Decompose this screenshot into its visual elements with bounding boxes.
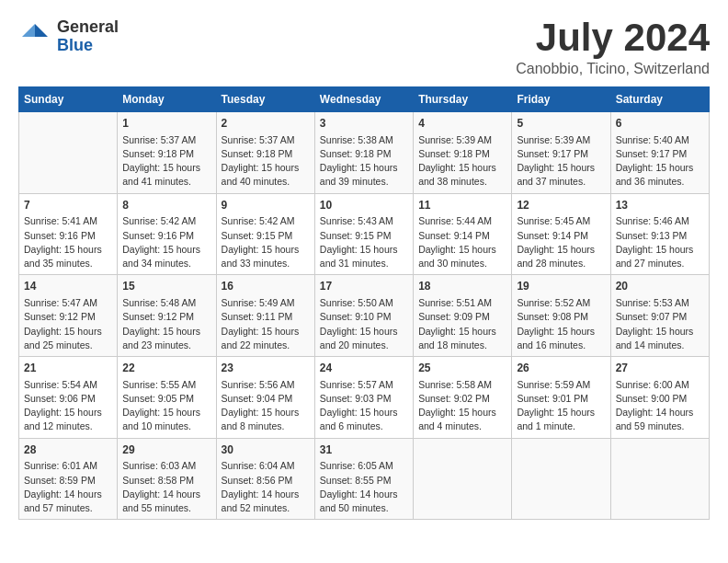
day-number: 9 — [222, 198, 310, 213]
day-number: 15 — [122, 279, 210, 294]
logo-general-text: General — [57, 18, 119, 37]
day-number: 3 — [320, 116, 408, 132]
calendar-cell: 28Sunrise: 6:01 AM Sunset: 8:59 PM Dayli… — [19, 438, 118, 520]
calendar-header-row: SundayMondayTuesdayWednesdayThursdayFrid… — [19, 87, 710, 112]
calendar-cell: 25Sunrise: 5:58 AM Sunset: 9:02 PM Dayli… — [414, 357, 512, 439]
calendar-cell: 22Sunrise: 5:55 AM Sunset: 9:05 PM Dayli… — [118, 357, 216, 439]
calendar-week-1: 1Sunrise: 5:37 AM Sunset: 9:18 PM Daylig… — [19, 112, 710, 194]
day-info: Sunrise: 5:54 AM Sunset: 9:06 PM Dayligh… — [24, 378, 112, 434]
day-info: Sunrise: 5:45 AM Sunset: 9:14 PM Dayligh… — [517, 214, 605, 270]
day-number: 28 — [24, 442, 112, 458]
calendar-week-3: 14Sunrise: 5:47 AM Sunset: 9:12 PM Dayli… — [19, 275, 710, 357]
day-info: Sunrise: 5:39 AM Sunset: 9:18 PM Dayligh… — [418, 133, 506, 190]
logo: General Blue — [18, 18, 119, 55]
day-info: Sunrise: 6:05 AM Sunset: 8:55 PM Dayligh… — [320, 459, 408, 515]
calendar-header-sunday: Sunday — [19, 87, 118, 112]
calendar-cell: 7Sunrise: 5:41 AM Sunset: 9:16 PM Daylig… — [19, 193, 118, 275]
day-number: 2 — [222, 116, 310, 132]
calendar-header-saturday: Saturday — [610, 87, 709, 112]
calendar-header-wednesday: Wednesday — [314, 87, 413, 112]
day-info: Sunrise: 5:47 AM Sunset: 9:12 PM Dayligh… — [24, 296, 112, 352]
day-number: 23 — [222, 361, 310, 376]
calendar-cell: 1Sunrise: 5:37 AM Sunset: 9:18 PM Daylig… — [118, 112, 216, 194]
day-number: 27 — [616, 361, 704, 376]
day-number: 20 — [616, 279, 704, 294]
day-number: 29 — [122, 442, 210, 458]
calendar-cell: 16Sunrise: 5:49 AM Sunset: 9:11 PM Dayli… — [216, 275, 314, 357]
calendar-cell: 29Sunrise: 6:03 AM Sunset: 8:58 PM Dayli… — [118, 438, 216, 520]
day-info: Sunrise: 5:56 AM Sunset: 9:04 PM Dayligh… — [222, 378, 310, 434]
day-number: 22 — [122, 361, 210, 376]
day-info: Sunrise: 5:58 AM Sunset: 9:02 PM Dayligh… — [418, 378, 506, 434]
day-info: Sunrise: 5:40 AM Sunset: 9:17 PM Dayligh… — [616, 133, 704, 190]
calendar-cell — [19, 112, 118, 194]
calendar-cell: 4Sunrise: 5:39 AM Sunset: 9:18 PM Daylig… — [414, 112, 512, 194]
day-number: 17 — [320, 279, 408, 294]
svg-marker-1 — [22, 24, 35, 37]
day-number: 6 — [616, 116, 704, 132]
calendar-table: SundayMondayTuesdayWednesdayThursdayFrid… — [18, 86, 710, 520]
day-number: 30 — [222, 442, 310, 458]
calendar-cell: 18Sunrise: 5:51 AM Sunset: 9:09 PM Dayli… — [414, 275, 512, 357]
calendar-cell: 6Sunrise: 5:40 AM Sunset: 9:17 PM Daylig… — [610, 112, 709, 194]
page-title: July 2024 — [516, 18, 710, 57]
calendar-cell — [610, 438, 709, 520]
day-info: Sunrise: 5:42 AM Sunset: 9:16 PM Dayligh… — [122, 214, 210, 270]
calendar-header-thursday: Thursday — [414, 87, 512, 112]
calendar-week-4: 21Sunrise: 5:54 AM Sunset: 9:06 PM Dayli… — [19, 357, 710, 439]
day-info: Sunrise: 5:50 AM Sunset: 9:10 PM Dayligh… — [320, 296, 408, 352]
calendar-cell: 17Sunrise: 5:50 AM Sunset: 9:10 PM Dayli… — [314, 275, 413, 357]
day-number: 21 — [24, 361, 112, 376]
day-number: 13 — [616, 198, 704, 213]
calendar-header-monday: Monday — [118, 87, 216, 112]
day-info: Sunrise: 5:53 AM Sunset: 9:07 PM Dayligh… — [616, 296, 704, 352]
logo-blue-text: Blue — [57, 37, 119, 55]
calendar-header-tuesday: Tuesday — [216, 87, 314, 112]
day-info: Sunrise: 6:04 AM Sunset: 8:56 PM Dayligh… — [222, 459, 310, 515]
day-info: Sunrise: 5:42 AM Sunset: 9:15 PM Dayligh… — [222, 214, 310, 270]
day-info: Sunrise: 5:49 AM Sunset: 9:11 PM Dayligh… — [222, 296, 310, 352]
calendar-cell: 20Sunrise: 5:53 AM Sunset: 9:07 PM Dayli… — [610, 275, 709, 357]
day-number: 7 — [24, 198, 112, 213]
calendar-cell: 15Sunrise: 5:48 AM Sunset: 9:12 PM Dayli… — [118, 275, 216, 357]
day-number: 11 — [418, 198, 506, 213]
day-info: Sunrise: 5:38 AM Sunset: 9:18 PM Dayligh… — [320, 133, 408, 190]
day-number: 24 — [320, 361, 408, 376]
day-info: Sunrise: 5:43 AM Sunset: 9:15 PM Dayligh… — [320, 214, 408, 270]
day-info: Sunrise: 5:57 AM Sunset: 9:03 PM Dayligh… — [320, 378, 408, 434]
day-info: Sunrise: 5:37 AM Sunset: 9:18 PM Dayligh… — [122, 133, 210, 190]
page-header: General Blue July 2024 Canobbio, Ticino,… — [18, 18, 710, 77]
day-number: 31 — [320, 442, 408, 458]
calendar-cell: 9Sunrise: 5:42 AM Sunset: 9:15 PM Daylig… — [216, 193, 314, 275]
calendar-cell: 14Sunrise: 5:47 AM Sunset: 9:12 PM Dayli… — [19, 275, 118, 357]
day-info: Sunrise: 5:51 AM Sunset: 9:09 PM Dayligh… — [418, 296, 506, 352]
day-number: 16 — [222, 279, 310, 294]
title-area: July 2024 Canobbio, Ticino, Switzerland — [516, 18, 710, 77]
day-number: 1 — [122, 116, 210, 132]
calendar-cell — [414, 438, 512, 520]
calendar-cell: 23Sunrise: 5:56 AM Sunset: 9:04 PM Dayli… — [216, 357, 314, 439]
calendar-week-2: 7Sunrise: 5:41 AM Sunset: 9:16 PM Daylig… — [19, 193, 710, 275]
day-info: Sunrise: 5:52 AM Sunset: 9:08 PM Dayligh… — [517, 296, 605, 352]
day-number: 19 — [517, 279, 605, 294]
day-info: Sunrise: 6:03 AM Sunset: 8:58 PM Dayligh… — [122, 459, 210, 515]
calendar-week-5: 28Sunrise: 6:01 AM Sunset: 8:59 PM Dayli… — [19, 438, 710, 520]
day-number: 4 — [418, 116, 506, 132]
day-info: Sunrise: 5:46 AM Sunset: 9:13 PM Dayligh… — [616, 214, 704, 270]
day-info: Sunrise: 5:39 AM Sunset: 9:17 PM Dayligh… — [517, 133, 605, 190]
day-info: Sunrise: 5:55 AM Sunset: 9:05 PM Dayligh… — [122, 378, 210, 434]
day-info: Sunrise: 5:41 AM Sunset: 9:16 PM Dayligh… — [24, 214, 112, 270]
calendar-cell: 21Sunrise: 5:54 AM Sunset: 9:06 PM Dayli… — [19, 357, 118, 439]
calendar-cell — [512, 438, 610, 520]
day-number: 12 — [517, 198, 605, 213]
calendar-cell: 10Sunrise: 5:43 AM Sunset: 9:15 PM Dayli… — [314, 193, 413, 275]
svg-marker-0 — [35, 24, 48, 37]
calendar-cell: 11Sunrise: 5:44 AM Sunset: 9:14 PM Dayli… — [414, 193, 512, 275]
day-info: Sunrise: 6:00 AM Sunset: 9:00 PM Dayligh… — [616, 378, 704, 434]
day-number: 14 — [24, 279, 112, 294]
day-number: 8 — [122, 198, 210, 213]
calendar-cell: 13Sunrise: 5:46 AM Sunset: 9:13 PM Dayli… — [610, 193, 709, 275]
day-info: Sunrise: 5:44 AM Sunset: 9:14 PM Dayligh… — [418, 214, 506, 270]
day-number: 18 — [418, 279, 506, 294]
day-number: 26 — [517, 361, 605, 376]
